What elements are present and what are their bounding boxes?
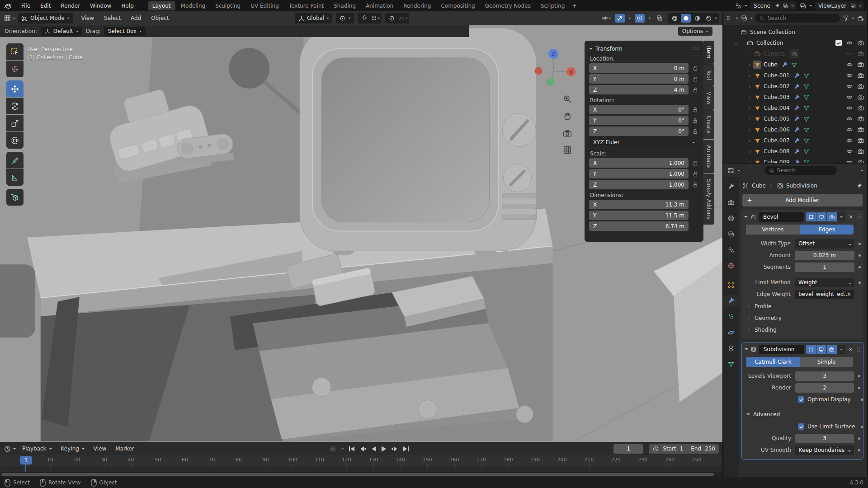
editor-type-chevron-icon[interactable] <box>13 18 15 19</box>
timeline-menu-item[interactable]: Keying <box>57 445 88 453</box>
bevel-name-field[interactable]: Bevel <box>759 212 804 222</box>
tab-physics[interactable] <box>724 327 738 338</box>
expand-chevron-icon[interactable] <box>747 105 753 111</box>
viewport-menu-item[interactable]: Object <box>147 14 173 22</box>
edit-mode-toggle[interactable] <box>806 212 816 221</box>
setting-field[interactable]: bevel_weight_ed... × <box>795 290 854 299</box>
dimension-value-slider[interactable]: Z6.74 m <box>589 221 689 231</box>
edit-mode-toggle[interactable] <box>806 345 816 354</box>
timeline-menu-item[interactable]: Playback <box>19 445 56 453</box>
shading-solid-button[interactable] <box>681 14 691 23</box>
realtime-toggle[interactable] <box>816 212 826 221</box>
subpanel-header[interactable]: Geometry <box>741 312 863 324</box>
outliner-search-input[interactable]: Search <box>755 14 840 23</box>
sidebar-tab[interactable]: Item <box>703 41 714 64</box>
levels-viewport-field[interactable]: 3 <box>795 371 854 381</box>
next-keyframe-button[interactable] <box>391 446 398 452</box>
wrench-icon[interactable] <box>793 127 800 133</box>
workspace-tab[interactable]: Animation <box>361 1 398 10</box>
mesh-data-icon[interactable] <box>803 137 810 144</box>
tool-add-cube[interactable] <box>6 189 24 206</box>
location-value-slider[interactable]: Y0 m <box>589 74 689 84</box>
end-frame-field[interactable]: 250 <box>705 446 715 452</box>
animate-dot[interactable] <box>857 426 863 428</box>
setting-field[interactable]: Weight × <box>795 278 854 287</box>
disable-render-icon[interactable] <box>857 83 864 90</box>
tool-transform[interactable] <box>6 132 24 149</box>
tab-scene[interactable] <box>724 244 738 256</box>
animate-dot[interactable] <box>857 399 863 401</box>
tab-object[interactable] <box>724 279 738 291</box>
disable-render-icon[interactable] <box>857 137 864 144</box>
expand-chevron-icon[interactable] <box>747 159 753 163</box>
workspace-tab[interactable]: UV Editing <box>246 1 283 10</box>
current-frame-field[interactable]: 1 <box>613 444 643 454</box>
properties-editor-chevron-icon[interactable] <box>737 170 740 171</box>
mesh-data-icon[interactable] <box>803 72 810 79</box>
disable-render-icon[interactable] <box>857 115 864 122</box>
app-menu-item[interactable]: Render <box>57 2 84 10</box>
tab-render[interactable] <box>724 197 738 208</box>
segment-button[interactable]: Edges <box>800 225 854 235</box>
viewport-menu-item[interactable]: Add <box>127 14 145 22</box>
tool-cursor[interactable] <box>6 61 24 77</box>
mesh-data-icon[interactable] <box>803 148 810 155</box>
rotation-value-slider[interactable]: Z0° <box>589 127 689 136</box>
lock-icon[interactable] <box>692 160 699 167</box>
previous-keyframe-button[interactable] <box>359 446 367 452</box>
app-menu-item[interactable]: Edit <box>36 2 55 10</box>
proportional-edit-toggle[interactable] <box>387 14 396 23</box>
render-toggle[interactable] <box>827 212 837 221</box>
tab-particles[interactable] <box>724 311 738 323</box>
hide-eye-icon[interactable] <box>846 83 853 90</box>
pin-icon[interactable] <box>856 183 863 189</box>
panel-grip-icon[interactable] <box>693 47 699 51</box>
dimension-value-slider[interactable]: Y11.5 m <box>589 211 689 220</box>
wrench-icon[interactable] <box>793 148 800 155</box>
hide-eye-icon[interactable] <box>846 115 853 122</box>
overlays-chevron-icon[interactable] <box>648 18 651 19</box>
collection-checkbox[interactable] <box>835 40 842 46</box>
animate-dot[interactable] <box>854 266 861 268</box>
sidebar-tab[interactable]: Tool <box>703 64 714 85</box>
overlays-toggle[interactable] <box>635 14 645 23</box>
animate-dot[interactable] <box>854 254 861 257</box>
workspace-tab[interactable]: Rendering <box>399 1 435 10</box>
tool-select-box[interactable] <box>6 43 24 60</box>
outliner-row[interactable]: Collection <box>723 38 867 48</box>
lock-icon[interactable] <box>692 170 699 178</box>
wrench-icon[interactable] <box>793 94 800 101</box>
segment-button[interactable]: Catmull-Clark <box>746 357 800 367</box>
expand-chevron-icon[interactable] <box>747 116 753 122</box>
timeline-menu-item[interactable]: View <box>90 445 110 453</box>
scene-selector[interactable]: Scene × <box>750 1 797 10</box>
pan-hand-button[interactable] <box>562 111 572 121</box>
orientation-setting-dropdown[interactable]: Default <box>41 27 82 36</box>
scale-value-slider[interactable]: Z1.000 <box>589 180 689 189</box>
mesh-data-icon[interactable] <box>791 61 797 68</box>
mesh-data-icon[interactable] <box>803 105 810 112</box>
render-levels-field[interactable]: 2 <box>795 383 854 393</box>
tab-constraints[interactable] <box>724 343 738 354</box>
app-menu-item[interactable]: Window <box>86 2 115 10</box>
outliner-scope-icon[interactable] <box>741 14 748 22</box>
shading-material-button[interactable] <box>692 14 702 23</box>
extras-dropdown[interactable] <box>837 345 845 354</box>
lock-icon[interactable] <box>692 106 699 113</box>
quality-field[interactable]: 3 <box>795 434 854 443</box>
drag-grip-icon[interactable] <box>857 214 861 220</box>
outliner-row[interactable]: Camera <box>723 48 867 59</box>
outliner-row[interactable]: Scene Collection <box>723 27 867 38</box>
timeline-ruler[interactable]: 1020304050607080901001101201301401501601… <box>0 455 722 466</box>
outliner-row[interactable]: Cube <box>723 59 867 70</box>
bevel-header[interactable]: Bevel × <box>741 210 863 224</box>
optimal-display-checkbox[interactable] <box>798 396 804 403</box>
pin-icon[interactable] <box>774 3 780 9</box>
lock-icon[interactable] <box>692 181 699 188</box>
object-icon[interactable] <box>742 183 749 189</box>
outliner-row[interactable]: Cube.004 <box>723 103 867 113</box>
setting-field[interactable]: Offset × <box>795 239 854 249</box>
mesh-data-icon[interactable] <box>803 159 810 163</box>
sidebar-tab[interactable]: View <box>703 86 714 110</box>
hidden-eye-icon[interactable] <box>846 50 853 57</box>
